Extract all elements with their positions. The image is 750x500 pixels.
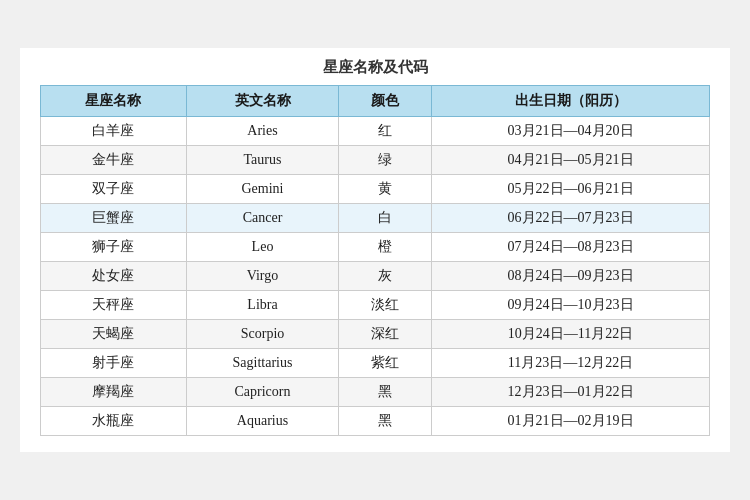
cell-english: Taurus [186, 146, 339, 175]
cell-english: Aquarius [186, 407, 339, 436]
cell-dates: 03月21日—04月20日 [432, 117, 710, 146]
table-header-row: 星座名称 英文名称 颜色 出生日期（阳历） [41, 86, 710, 117]
cell-color: 黑 [339, 378, 432, 407]
table-row: 射手座Sagittarius紫红11月23日—12月22日 [41, 349, 710, 378]
cell-dates: 04月21日—05月21日 [432, 146, 710, 175]
zodiac-table: 星座名称 英文名称 颜色 出生日期（阳历） 白羊座Aries红03月21日—04… [40, 85, 710, 436]
cell-color: 深红 [339, 320, 432, 349]
cell-chinese: 金牛座 [41, 146, 187, 175]
cell-color: 灰 [339, 262, 432, 291]
cell-english: Libra [186, 291, 339, 320]
cell-chinese: 射手座 [41, 349, 187, 378]
col-header-color: 颜色 [339, 86, 432, 117]
cell-english: Scorpio [186, 320, 339, 349]
cell-dates: 07月24日—08月23日 [432, 233, 710, 262]
cell-chinese: 巨蟹座 [41, 204, 187, 233]
col-header-chinese: 星座名称 [41, 86, 187, 117]
table-row: 水瓶座Aquarius黑01月21日—02月19日 [41, 407, 710, 436]
cell-chinese: 天蝎座 [41, 320, 187, 349]
table-row: 摩羯座Capricorn黑12月23日—01月22日 [41, 378, 710, 407]
cell-color: 淡红 [339, 291, 432, 320]
main-container: 星座名称及代码 星座名称 英文名称 颜色 出生日期（阳历） 白羊座Aries红0… [20, 48, 730, 452]
cell-english: Sagittarius [186, 349, 339, 378]
table-row: 双子座Gemini黄05月22日—06月21日 [41, 175, 710, 204]
cell-chinese: 处女座 [41, 262, 187, 291]
cell-color: 紫红 [339, 349, 432, 378]
cell-color: 绿 [339, 146, 432, 175]
cell-color: 红 [339, 117, 432, 146]
table-row: 白羊座Aries红03月21日—04月20日 [41, 117, 710, 146]
table-row: 金牛座Taurus绿04月21日—05月21日 [41, 146, 710, 175]
cell-dates: 12月23日—01月22日 [432, 378, 710, 407]
table-row: 天秤座Libra淡红09月24日—10月23日 [41, 291, 710, 320]
cell-english: Gemini [186, 175, 339, 204]
cell-english: Aries [186, 117, 339, 146]
cell-dates: 05月22日—06月21日 [432, 175, 710, 204]
table-row: 天蝎座Scorpio深红10月24日—11月22日 [41, 320, 710, 349]
cell-color: 白 [339, 204, 432, 233]
col-header-english: 英文名称 [186, 86, 339, 117]
cell-chinese: 白羊座 [41, 117, 187, 146]
col-header-dates: 出生日期（阳历） [432, 86, 710, 117]
table-row: 处女座Virgo灰08月24日—09月23日 [41, 262, 710, 291]
cell-dates: 09月24日—10月23日 [432, 291, 710, 320]
cell-english: Cancer [186, 204, 339, 233]
table-row: 巨蟹座Cancer白06月22日—07月23日 [41, 204, 710, 233]
cell-color: 黄 [339, 175, 432, 204]
cell-dates: 08月24日—09月23日 [432, 262, 710, 291]
cell-chinese: 摩羯座 [41, 378, 187, 407]
cell-english: Capricorn [186, 378, 339, 407]
cell-color: 黑 [339, 407, 432, 436]
cell-dates: 10月24日—11月22日 [432, 320, 710, 349]
cell-chinese: 天秤座 [41, 291, 187, 320]
table-row: 狮子座Leo橙07月24日—08月23日 [41, 233, 710, 262]
cell-dates: 06月22日—07月23日 [432, 204, 710, 233]
page-title: 星座名称及代码 [40, 58, 710, 77]
cell-chinese: 双子座 [41, 175, 187, 204]
cell-dates: 11月23日—12月22日 [432, 349, 710, 378]
cell-dates: 01月21日—02月19日 [432, 407, 710, 436]
cell-chinese: 水瓶座 [41, 407, 187, 436]
cell-color: 橙 [339, 233, 432, 262]
cell-english: Leo [186, 233, 339, 262]
cell-chinese: 狮子座 [41, 233, 187, 262]
cell-english: Virgo [186, 262, 339, 291]
